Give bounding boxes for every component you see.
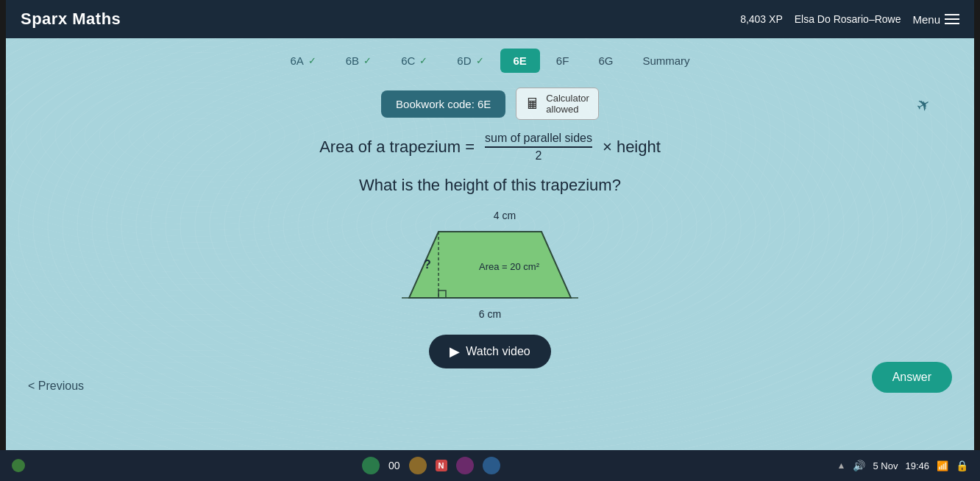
- fraction-numerator: sum of parallel sides: [485, 132, 592, 148]
- bookwork-bar: Bookwork code: 6E 🖩 Calculatorallowed: [381, 88, 599, 120]
- previous-label: < Previous: [28, 380, 84, 393]
- bottom-label: 6 cm: [402, 308, 578, 320]
- tab-6D[interactable]: 6D ✓: [444, 49, 497, 73]
- taskbar-date: 5 Nov: [873, 460, 898, 471]
- fraction-denominator: 2: [536, 148, 542, 163]
- tab-6B[interactable]: 6B ✓: [333, 49, 385, 73]
- menu-label: Menu: [912, 13, 940, 26]
- taskbar-orb[interactable]: [362, 457, 380, 474]
- calculator-icon: 🖩: [525, 96, 540, 113]
- formula-fraction: sum of parallel sides 2: [485, 132, 592, 163]
- answer-button[interactable]: Answer: [872, 362, 952, 393]
- previous-button[interactable]: < Previous: [28, 380, 84, 393]
- xp-display: 8,403 XP: [740, 13, 783, 25]
- svg-text:?: ?: [424, 258, 431, 271]
- taskbar-avatar[interactable]: [409, 457, 427, 474]
- check-icon-6D: ✓: [476, 55, 484, 66]
- watch-video-button[interactable]: ▶ Watch video: [429, 335, 550, 368]
- taskbar-speaker-icon: 🔊: [853, 460, 865, 471]
- tab-6A-label: 6A: [290, 54, 303, 67]
- start-button[interactable]: [12, 459, 25, 472]
- tab-6C-label: 6C: [401, 54, 415, 67]
- taskbar-left: [12, 459, 25, 472]
- formula-section: Area of a trapezium = sum of parallel si…: [319, 132, 661, 163]
- taskbar-app2[interactable]: [456, 457, 474, 474]
- taskbar-lock-icon: 🔒: [956, 460, 968, 471]
- taskbar: 00 N ▲ 🔊 5 Nov 19:46 📶 🔒: [0, 450, 980, 481]
- check-icon-6B: ✓: [363, 55, 372, 66]
- check-icon-6A: ✓: [308, 55, 316, 66]
- formula-display: Area of a trapezium = sum of parallel si…: [319, 132, 661, 163]
- taskbar-triangle-icon: ▲: [837, 460, 846, 471]
- formula-prefix: Area of a trapezium =: [319, 138, 475, 157]
- tab-6A[interactable]: 6A ✓: [277, 49, 329, 73]
- hamburger-icon: [945, 14, 959, 24]
- calculator-badge: 🖩 Calculatorallowed: [516, 88, 599, 120]
- tab-6F[interactable]: 6F: [543, 49, 583, 73]
- tab-6D-label: 6D: [457, 54, 471, 67]
- tab-summary[interactable]: Summary: [629, 49, 703, 73]
- svg-text:Area = 20 cm²: Area = 20 cm²: [479, 261, 540, 272]
- taskbar-right: ▲ 🔊 5 Nov 19:46 📶 🔒: [837, 460, 968, 471]
- taskbar-wifi-icon: 📶: [937, 460, 948, 471]
- formula-suffix: × height: [603, 138, 661, 157]
- taskbar-time: 19:46: [905, 460, 929, 471]
- bookwork-code-box: Bookwork code: 6E: [381, 90, 505, 118]
- diagram-container: 4 cm ? Area = 20 cm² 6 cm: [402, 210, 578, 320]
- taskbar-center: 00 N: [362, 457, 500, 474]
- top-right: 8,403 XP Elsa Do Rosario–Rowe Menu: [740, 13, 959, 26]
- tab-navigation: 6A ✓ 6B ✓ 6C ✓ 6D ✓ 6E 6F 6G Summary: [6, 38, 974, 80]
- tab-6E[interactable]: 6E: [500, 49, 540, 73]
- menu-button[interactable]: Menu: [912, 13, 959, 26]
- answer-label: Answer: [892, 371, 931, 383]
- check-icon-6C: ✓: [419, 55, 427, 66]
- user-name: Elsa Do Rosario–Rowe: [795, 13, 901, 25]
- question-text: What is the height of this trapezium?: [359, 176, 621, 195]
- tab-6E-label: 6E: [514, 54, 527, 67]
- taskbar-clock: 00: [388, 460, 400, 471]
- taskbar-app1[interactable]: N: [436, 460, 447, 471]
- trapezium-diagram: ? Area = 20 cm²: [402, 224, 578, 305]
- top-label: 4 cm: [431, 210, 578, 221]
- watch-video-label: Watch video: [466, 345, 530, 358]
- top-bar: Sparx Maths 8,403 XP Elsa Do Rosario–Row…: [6, 0, 974, 38]
- play-icon: ▶: [450, 343, 460, 360]
- tab-6C[interactable]: 6C ✓: [388, 49, 441, 73]
- calculator-line1: Calculatorallowed: [546, 93, 589, 115]
- taskbar-app3[interactable]: [483, 457, 500, 474]
- content-area: Bookwork code: 6E 🖩 Calculatorallowed Ar…: [6, 80, 974, 376]
- tab-6G[interactable]: 6G: [585, 49, 626, 73]
- app-title: Sparx Maths: [21, 10, 121, 29]
- tab-6B-label: 6B: [346, 54, 359, 67]
